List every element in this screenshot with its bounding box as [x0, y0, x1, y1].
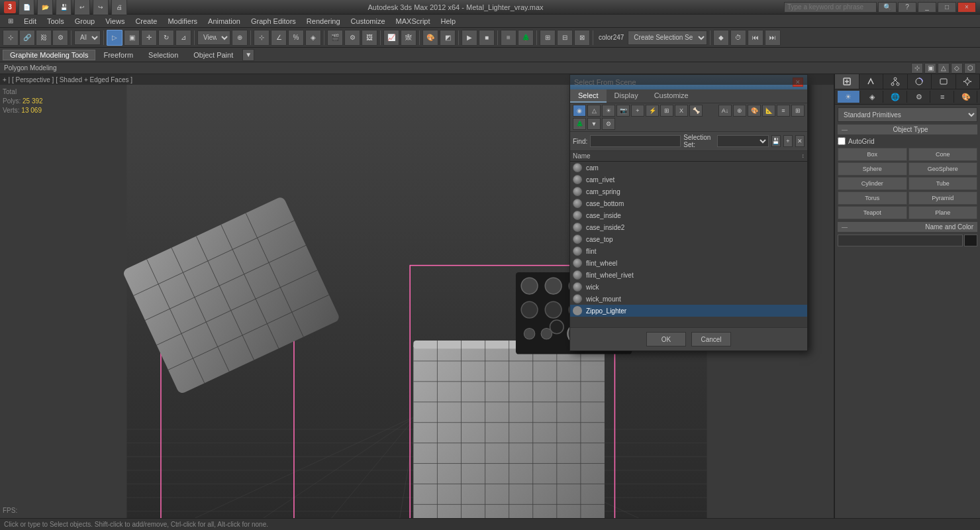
cp-tab-utilities[interactable] [956, 74, 981, 89]
stop-btn[interactable]: ■ [479, 30, 495, 46]
cp-extra-1[interactable]: ☀ [838, 91, 860, 103]
app-icon[interactable]: 3 [4, 1, 16, 13]
search-btn[interactable]: 🔍 [878, 2, 897, 13]
menu-rendering[interactable]: Rendering [301, 16, 346, 26]
sphere-btn[interactable]: Sphere [838, 162, 907, 176]
autogrid-checkbox[interactable] [838, 137, 846, 145]
angle-snap-btn[interactable]: ∠ [271, 30, 287, 46]
dlg-group-icon[interactable]: ⊞ [660, 105, 673, 117]
cp-tab-display[interactable] [932, 74, 956, 89]
menu-graph-editors[interactable]: Graph Editors [246, 16, 301, 26]
redo-btn[interactable]: ↪ [93, 0, 109, 15]
plane-btn[interactable]: Plane [908, 206, 978, 219]
array-btn[interactable]: ⊟ [557, 30, 573, 46]
select-scale-btn[interactable]: ⊿ [175, 30, 191, 46]
list-item[interactable]: case_inside [570, 209, 807, 221]
poly-mode2[interactable]: ▣ [924, 63, 936, 74]
cp-tab-create[interactable] [835, 74, 859, 89]
dialog-object-list[interactable]: camcam_rivetcam_springcase_bottomcase_in… [570, 162, 807, 327]
dlg-tab-customize[interactable]: Customize [646, 89, 697, 103]
geosphere-btn[interactable]: GeoSphere [908, 162, 978, 176]
anim-time-btn[interactable]: ⏱ [730, 30, 746, 46]
tab-graphite[interactable]: Graphite Modeling Tools [3, 50, 95, 60]
close-btn[interactable]: × [957, 2, 976, 13]
cone-btn[interactable]: Cone [908, 148, 978, 161]
menu-edit[interactable]: Edit [19, 16, 42, 26]
mirror-btn[interactable]: ⊞ [540, 30, 556, 46]
open-btn[interactable]: 📂 [37, 0, 53, 15]
dlg-camera-icon[interactable]: 📷 [616, 105, 630, 117]
ref-coord-dropdown[interactable]: View [197, 30, 230, 45]
tab-selection[interactable]: Selection [141, 50, 185, 60]
dlg-tab-select[interactable]: Select [570, 89, 607, 103]
box-btn[interactable]: Box [838, 148, 907, 161]
list-item[interactable]: case_top [570, 233, 807, 245]
selection-set-dropdown[interactable] [717, 135, 769, 147]
cp-extra-3[interactable]: 🌐 [885, 91, 907, 103]
search-input[interactable] [784, 2, 877, 13]
object-name-input[interactable] [838, 235, 963, 246]
dlg-icon-view[interactable]: ⊞ [791, 105, 805, 117]
menu-create[interactable]: Create [130, 16, 162, 26]
menu-modifiers[interactable]: Modifiers [162, 16, 203, 26]
cp-extra-5[interactable]: ≡ [932, 91, 954, 103]
dlg-helper-icon[interactable]: + [631, 105, 644, 117]
dlg-sort-color[interactable]: 🎨 [748, 105, 761, 117]
select-move-btn[interactable]: ✛ [141, 30, 157, 46]
anim-next-btn[interactable]: ⏭ [765, 30, 781, 46]
select-rotate-btn[interactable]: ↻ [158, 30, 174, 46]
link-btn[interactable]: 🔗 [19, 30, 35, 46]
spinner-snap-btn[interactable]: ◈ [305, 30, 321, 46]
find-input[interactable] [590, 135, 681, 147]
quick-align-btn[interactable]: ⊠ [574, 30, 590, 46]
poly-mode5[interactable]: ⬡ [964, 63, 976, 74]
list-item[interactable]: wick [570, 281, 807, 293]
menu-views[interactable]: Views [100, 16, 130, 26]
poly-mode3[interactable]: △ [938, 63, 950, 74]
select-by-mat-btn[interactable]: ◩ [440, 30, 456, 46]
torus-btn[interactable]: Torus [838, 191, 907, 205]
schematic-btn[interactable]: 🕸 [401, 30, 416, 46]
menu-customize[interactable]: Customize [346, 16, 391, 26]
bind-btn[interactable]: ⚙ [52, 30, 68, 46]
dlg-sort-type[interactable]: ⊕ [733, 105, 746, 117]
cylinder-btn[interactable]: Cylinder [838, 177, 907, 190]
list-item[interactable]: wick_mount [570, 293, 807, 305]
cp-extra-4[interactable]: ⚙ [908, 91, 931, 103]
menu-tools[interactable]: Tools [42, 16, 70, 26]
list-item[interactable]: cam_rivet [570, 174, 807, 186]
cp-tab-modify[interactable] [859, 74, 884, 89]
snap-toggle-btn[interactable]: ⊹ [254, 30, 270, 46]
list-item[interactable]: flint_wheel [570, 257, 807, 269]
minimize-btn[interactable]: _ [918, 2, 936, 13]
pyramid-btn[interactable]: Pyramid [908, 191, 978, 205]
render-btn[interactable]: 🎬 [327, 30, 343, 46]
list-header-sort[interactable]: ↕ [802, 152, 805, 160]
more-tabs-btn[interactable]: ▼ [242, 49, 254, 61]
create-sel-dropdown[interactable]: Create Selection Se [628, 30, 707, 45]
tab-freeform[interactable]: Freeform [96, 50, 140, 60]
dlg-sort-size[interactable]: 📐 [762, 105, 775, 117]
dlg-shape-icon[interactable]: △ [587, 105, 601, 117]
dlg-filter-icon[interactable]: ▼ [587, 118, 601, 130]
dlg-sort-az[interactable]: A↓ [718, 105, 732, 117]
dlg-tab-display[interactable]: Display [607, 89, 646, 103]
cp-extra-2[interactable]: ◈ [861, 91, 884, 103]
list-item[interactable]: case_bottom [570, 197, 807, 209]
layer-mgr-btn[interactable]: ≡ [501, 30, 516, 46]
teapot-btn[interactable]: Teapot [838, 206, 907, 219]
select-region-btn[interactable]: ▣ [124, 30, 140, 46]
new-btn[interactable]: 📄 [19, 0, 34, 15]
help-btn[interactable]: ? [898, 2, 916, 13]
render-frame-btn[interactable]: 🖼 [362, 30, 377, 46]
sel-set-new-btn[interactable]: + [783, 135, 793, 147]
select-mode-btn[interactable]: ⊹ [3, 30, 19, 46]
maximize-btn[interactable]: □ [938, 2, 956, 13]
play-btn[interactable]: ▶ [462, 30, 477, 46]
viewport[interactable]: + | [ Perspective ] [ Shaded + Edged Fac… [0, 74, 834, 518]
cp-tab-hierarchy[interactable] [883, 74, 908, 89]
menu-help[interactable]: Help [436, 16, 462, 26]
cp-extra-6[interactable]: 🎨 [956, 91, 978, 103]
dlg-light-icon[interactable]: ☀ [602, 105, 615, 117]
menu-animation[interactable]: Animation [203, 16, 246, 26]
